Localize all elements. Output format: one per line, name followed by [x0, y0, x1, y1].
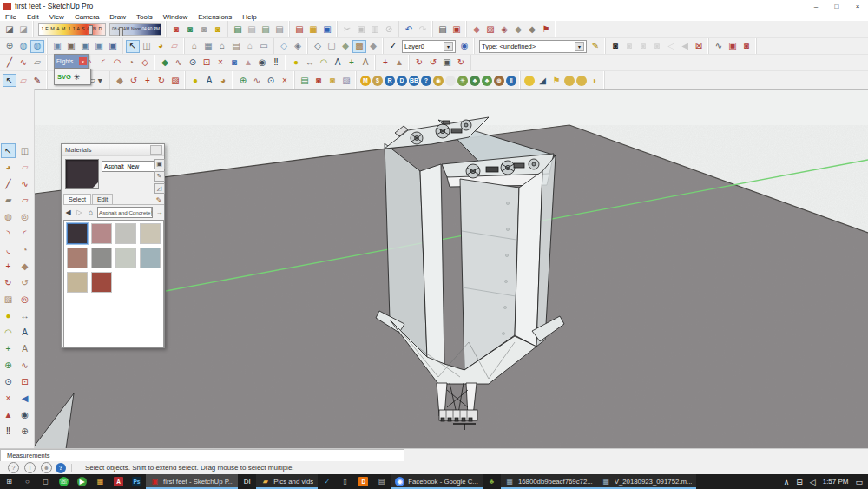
offset-side-icon[interactable]: ◎	[17, 292, 32, 307]
select-tool-side-icon[interactable]: ↖	[1, 143, 16, 158]
followme-side-icon[interactable]: ↺	[17, 275, 32, 290]
style-builder-icon[interactable]: ▣	[726, 40, 740, 53]
price-tag-icon[interactable]: ◉	[433, 76, 444, 86]
select-tool-icon[interactable]: ↖	[126, 40, 140, 53]
act-reset-icon[interactable]: ⊠	[692, 40, 706, 53]
classifier-pencil-icon[interactable]: ✎	[589, 40, 602, 53]
line-tool-icon[interactable]: ╱	[3, 56, 16, 69]
bb-icon[interactable]: BB	[409, 76, 419, 86]
coin-icon[interactable]: $	[372, 76, 383, 86]
close-button[interactable]: ×	[847, 3, 868, 10]
details-arrow-icon[interactable]: →	[155, 208, 164, 216]
texture-flag-icon[interactable]: ⚑	[539, 23, 553, 36]
forward-icon[interactable]: ▷	[75, 208, 84, 216]
user-status-icon[interactable]: ☻	[41, 462, 52, 473]
text3d-side-icon[interactable]: A	[17, 341, 32, 356]
dice-red-icon[interactable]: ◙	[312, 74, 326, 87]
protractor-side-icon[interactable]: ◠	[1, 325, 16, 340]
layer-visible-check[interactable]: ✓	[386, 40, 400, 53]
display-section-cuts-icon[interactable]: ▤	[259, 23, 273, 36]
taskbar-sketchup[interactable]: ▣first feet - SketchUp P...	[146, 474, 238, 489]
section-plane-icon[interactable]: ▤	[231, 23, 245, 36]
action-center-icon[interactable]: ▭	[855, 478, 863, 486]
task-view-button[interactable]: ◻	[36, 474, 55, 489]
swatch-concrete-light[interactable]	[115, 223, 136, 244]
act-create-camera-icon[interactable]: ◙	[608, 40, 622, 53]
eraser-side-icon[interactable]: ▱	[17, 160, 32, 175]
rotate-red-icon[interactable]: ↻	[155, 74, 168, 87]
month-slider-handle[interactable]	[89, 25, 93, 35]
monochrome-icon[interactable]: ◆	[366, 40, 380, 53]
house-outline-icon[interactable]: ⌂	[243, 40, 257, 53]
month-slider[interactable]: J F M A M J J A S O N D	[38, 23, 106, 36]
freehand-side-icon[interactable]: ∿	[17, 176, 32, 191]
tab-edit[interactable]: Edit	[92, 194, 113, 204]
tape-measure-icon[interactable]: ●	[289, 56, 303, 69]
home-icon[interactable]: ⌂	[215, 40, 229, 53]
dimension-side-icon[interactable]: ↔	[17, 308, 32, 323]
arc-3pt-icon[interactable]: ◜	[96, 56, 110, 69]
back-icon[interactable]: ◀	[63, 208, 73, 216]
swatch-brick-band[interactable]	[67, 248, 88, 268]
texture-bag2-icon[interactable]: ◆	[511, 23, 525, 36]
protractor-icon[interactable]: ◠	[317, 56, 331, 69]
zoom-extents-icon[interactable]: ×	[214, 56, 227, 69]
time-slider-handle[interactable]	[119, 27, 123, 36]
swatch-tan-stripes[interactable]	[67, 272, 88, 293]
grad-cap-icon[interactable]: ◢	[536, 74, 549, 87]
text2-icon[interactable]: A	[202, 74, 216, 87]
act-frustum-icon[interactable]: ◁	[664, 40, 678, 53]
orbit-view-icon[interactable]: ⊕	[3, 40, 16, 53]
pushpull-side-icon[interactable]: ◆	[17, 259, 32, 274]
close-icon[interactable]: ×	[79, 57, 87, 65]
swatch-asphalt-new[interactable]	[67, 223, 88, 244]
eraser2-icon[interactable]: ▱	[16, 74, 30, 87]
create-material-icon[interactable]: ▣	[154, 159, 165, 169]
tray-chevron-icon[interactable]: ∧	[784, 478, 790, 486]
new-file-icon[interactable]: ▤	[293, 23, 306, 36]
display-section-planes-icon[interactable]: ▤	[245, 23, 259, 36]
print-icon[interactable]: ▤	[436, 23, 450, 36]
cortana-button[interactable]: ○	[18, 474, 36, 489]
sun-ball-icon[interactable]	[524, 76, 535, 86]
store-d-icon[interactable]: D	[354, 474, 372, 489]
iso-view-icon[interactable]: ◍	[16, 40, 30, 53]
act-camera3-icon[interactable]: ◙	[650, 40, 664, 53]
cancel-icon[interactable]: ⊘	[382, 23, 396, 36]
wireframe-icon[interactable]: ◇	[311, 40, 325, 53]
text3d-tool-icon[interactable]: A	[358, 56, 372, 69]
act-sphere-icon[interactable]: ◙	[622, 40, 636, 53]
polygon-tool-icon[interactable]: ◇	[138, 56, 152, 69]
pushpull-tan-icon[interactable]: ◆	[113, 74, 127, 87]
circle-side-icon[interactable]: ◍	[1, 209, 16, 224]
flag-yellow-icon[interactable]: ⚑	[549, 74, 563, 87]
start-button[interactable]: ⊞	[0, 474, 18, 489]
paint-bucket-icon[interactable]: ◕	[154, 40, 168, 53]
menu-file[interactable]: File	[0, 13, 22, 21]
move-red-icon[interactable]: +	[141, 74, 155, 87]
warehouse-door-icon[interactable]: ▤	[298, 74, 312, 87]
text-tool-icon[interactable]: A	[331, 56, 345, 69]
line-side-icon[interactable]: ╱	[1, 176, 16, 191]
paint2-icon[interactable]: ◕	[216, 74, 230, 87]
white-ball-icon[interactable]	[445, 76, 456, 86]
pushpull-tool-icon[interactable]: ▲	[392, 56, 406, 69]
leaf-icon[interactable]: ♣	[483, 474, 501, 489]
pencil2-icon[interactable]: ✎	[30, 74, 44, 87]
menu-help[interactable]: Help	[237, 13, 261, 21]
axes-side-icon[interactable]: +	[1, 341, 16, 356]
help-status-icon[interactable]: ?	[56, 463, 66, 473]
horn-icon[interactable]: ◗	[588, 74, 602, 87]
make-component-icon[interactable]: ◫	[140, 40, 154, 53]
svg-palette[interactable]: SVG ✳	[54, 69, 91, 85]
refresh-red-icon[interactable]: ↻	[412, 56, 426, 69]
dc-paste-icon[interactable]: ▣	[106, 40, 120, 53]
copy-icon[interactable]: ▣	[354, 23, 368, 36]
zoom-side-icon[interactable]: ⊙	[1, 374, 16, 389]
menu-edit[interactable]: Edit	[22, 13, 44, 21]
home-icon[interactable]: ⌂	[86, 208, 95, 216]
preview-model-icon[interactable]: ◙	[211, 23, 225, 36]
walk-target-side-icon[interactable]: ⊕	[17, 424, 32, 439]
materials-panel[interactable]: Materials ▣ ✎ ◿ Select Edit ✎ ◀ ▷ ⌂ Asph…	[61, 143, 165, 348]
open-file-icon[interactable]: ▦	[306, 23, 320, 36]
